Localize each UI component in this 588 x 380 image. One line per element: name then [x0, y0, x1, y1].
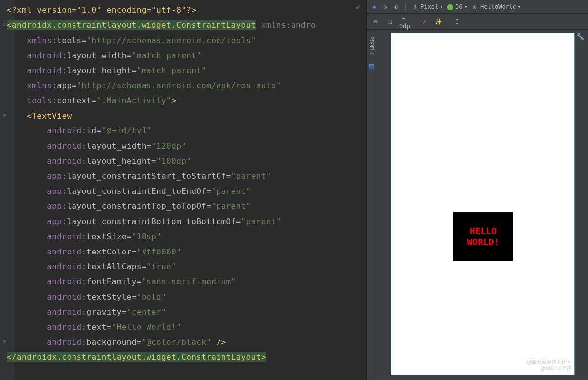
chevron-down-icon: ▾ [517, 3, 521, 10]
code-area[interactable]: <?xml version="1.0" encoding="utf-8"?> <… [7, 3, 316, 365]
xml-editor[interactable]: ⊖ ⊖ ⊖ ✔ <?xml version="1.0" encoding="ut… [0, 0, 367, 380]
xml-decl: <?xml version="1.0" encoding="utf-8"?> [7, 5, 196, 15]
clear-constraints-icon[interactable]: ✗ [420, 17, 429, 26]
watermark: @51CTO博客 [540, 365, 571, 372]
analysis-ok-icon[interactable]: ✔ [356, 3, 360, 11]
preview-toolbar-bottom: 👁 ⧉ ↔ 0dp ✗ ✨ 𝙸 [367, 14, 588, 30]
margin-icon: ↔ [399, 14, 408, 23]
device-frame[interactable]: HELLO WORLD! @稀土掘金技术社区 @51CTO博客 [391, 33, 575, 375]
settings-icon[interactable]: 🔧 [576, 33, 584, 40]
api-level: 30 [455, 3, 462, 10]
fold-icon[interactable]: ⊖ [3, 21, 6, 27]
preview-toolbar-top: ◆ ◇ ◐ ▯ Pixel ▾ ⬤ 30 ▾ ◎ HelloWorld ▾ [367, 0, 588, 14]
device-icon: ▯ [411, 3, 419, 11]
visibility-icon[interactable]: 👁 [371, 17, 380, 26]
theme-icon: ◎ [471, 3, 479, 11]
root-tag: androidx.constraintlayout.widget.Constra… [12, 20, 256, 30]
palette-sidebar[interactable]: Palette ▦ [367, 30, 377, 380]
layout-preview-panel: ◆ ◇ ◐ ▯ Pixel ▾ ⬤ 30 ▾ ◎ HelloWorld ▾ 👁 … [367, 0, 588, 380]
orientation-icon[interactable]: ◇ [381, 3, 389, 11]
textview-tag: TextView [32, 111, 72, 121]
margin-value: 0dp [399, 23, 410, 30]
textview-preview[interactable]: HELLO WORLD! [453, 212, 513, 261]
device-selector[interactable]: ▯ Pixel ▾ [411, 3, 443, 11]
device-name: Pixel [420, 3, 438, 10]
root-close-tag: androidx.constraintlayout.widget.Constra… [17, 352, 261, 362]
magnet-icon[interactable]: ⧉ [385, 17, 394, 26]
chevron-down-icon: ▾ [440, 3, 443, 10]
theme-selector[interactable]: ◎ HelloWorld ▾ [471, 3, 521, 11]
design-surface[interactable]: 🔧 HELLO WORLD! @稀土掘金技术社区 @51CTO博客 [377, 30, 588, 380]
app-theme: HelloWorld [480, 3, 516, 10]
chevron-down-icon: ▾ [464, 3, 468, 10]
guidelines-icon[interactable]: 𝙸 [453, 17, 462, 26]
api-selector[interactable]: ⬤ 30 ▾ [446, 3, 468, 11]
fold-icon[interactable]: ⊖ [3, 112, 6, 119]
android-icon: ⬤ [446, 3, 454, 11]
layers-icon[interactable]: ◆ [370, 3, 378, 11]
nightmode-icon[interactable]: ◐ [392, 3, 400, 11]
infer-constraints-icon[interactable]: ✨ [434, 17, 443, 26]
default-margin[interactable]: ↔ 0dp [399, 14, 410, 30]
fold-icon[interactable]: ⊖ [3, 338, 6, 345]
palette-icon[interactable]: ▦ [369, 62, 374, 71]
palette-tab-label[interactable]: Palette [369, 37, 375, 54]
